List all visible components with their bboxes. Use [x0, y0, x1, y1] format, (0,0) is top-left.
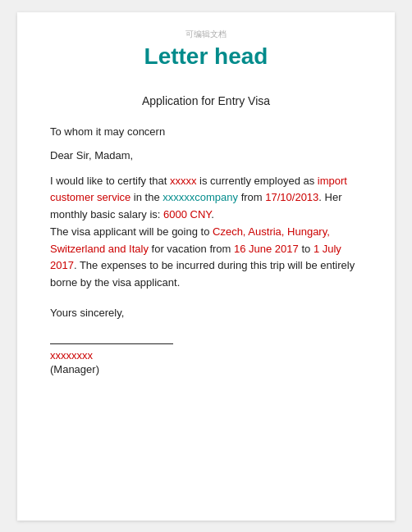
signature-name: xxxxxxxx	[50, 349, 362, 361]
body1-salary: 6000 CNY	[163, 208, 211, 221]
body2-post: . The expenses to be incurred during thi…	[50, 259, 355, 289]
salutation-to: To whom it may concern	[50, 125, 362, 138]
body-paragraph-1: I would like to certify that xxxxx is cu…	[50, 173, 362, 293]
body1-pre1: I would like to certify that	[50, 175, 170, 187]
signature-title: (Manager)	[50, 363, 362, 375]
body2-date2: 16 June 2017	[234, 243, 299, 255]
signature-line	[50, 343, 173, 344]
body1-company: xxxxxxcompany	[163, 191, 238, 203]
body1-period: .	[211, 208, 214, 221]
body1-pre4: from	[238, 191, 265, 203]
letter-page: 可编辑文档 Letter head Application for Entry …	[17, 12, 395, 521]
body2-pre1: The visa applicant will be going to	[50, 225, 213, 238]
body1-name: xxxxx	[170, 175, 197, 187]
closing: Yours sincerely,	[50, 307, 362, 319]
watermark: 可编辑文档	[50, 29, 362, 40]
letter-head-title: Letter head	[50, 43, 362, 70]
body1-pre3: in the	[130, 191, 163, 203]
letter-subject: Application for Entry Visa	[50, 94, 362, 107]
body1-pre2: is currently employed as	[196, 175, 317, 187]
body1-date1: 17/10/2013	[265, 191, 318, 203]
body2-pre2: for vacation from	[149, 243, 234, 255]
body2-pre3: to	[299, 243, 314, 255]
salutation-dear: Dear Sir, Madam,	[50, 149, 362, 161]
